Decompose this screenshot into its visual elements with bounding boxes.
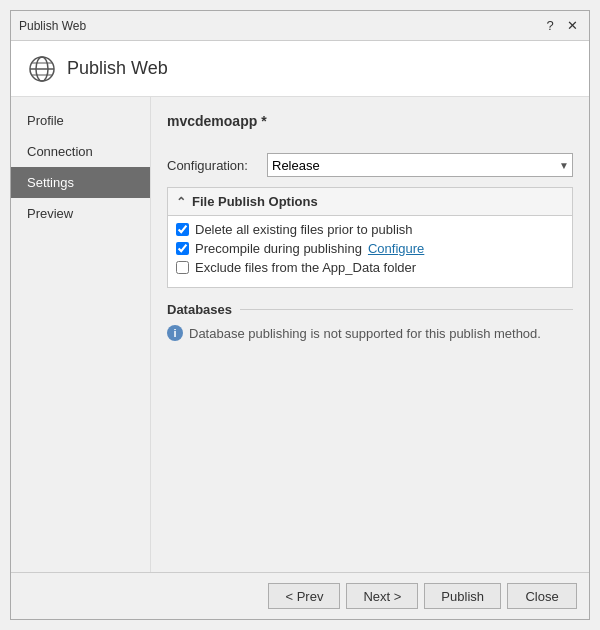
file-publish-options-body: Delete all existing files prior to publi… — [168, 216, 572, 287]
checkbox-precompile: Precompile during publishing Configure — [176, 241, 564, 256]
databases-label: Databases — [167, 302, 240, 317]
dialog-header-title: Publish Web — [67, 58, 168, 79]
configuration-select-wrapper: Release Debug ▼ — [267, 153, 573, 177]
section-asterisk: * — [261, 113, 266, 129]
file-publish-options-label: File Publish Options — [192, 194, 318, 209]
section-title: mvcdemoapp — [167, 113, 257, 129]
next-button[interactable]: Next > — [346, 583, 418, 609]
help-button[interactable]: ? — [541, 17, 559, 35]
checkbox-delete-files: Delete all existing files prior to publi… — [176, 222, 564, 237]
info-icon: i — [167, 325, 183, 341]
globe-icon — [27, 54, 57, 84]
sidebar: Profile Connection Settings Preview — [11, 97, 151, 572]
databases-section: Databases i Database publishing is not s… — [167, 302, 573, 341]
checkbox-exclude-app-data: Exclude files from the App_Data folder — [176, 260, 564, 275]
titlebar-title: Publish Web — [19, 19, 86, 33]
checkbox-exclude-app-data-label: Exclude files from the App_Data folder — [195, 260, 416, 275]
sidebar-item-connection[interactable]: Connection — [11, 136, 150, 167]
databases-header: Databases — [167, 302, 573, 317]
databases-divider — [240, 309, 573, 310]
collapse-icon[interactable]: ⌃ — [176, 195, 186, 209]
configuration-label: Configuration: — [167, 158, 267, 173]
prev-button[interactable]: < Prev — [268, 583, 340, 609]
titlebar: Publish Web ? ✕ — [11, 11, 589, 41]
main-content: mvcdemoapp * Configuration: Release Debu… — [151, 97, 589, 572]
configuration-select[interactable]: Release Debug — [267, 153, 573, 177]
databases-info-row: i Database publishing is not supported f… — [167, 325, 573, 341]
close-button[interactable]: Close — [507, 583, 577, 609]
dialog-footer: < Prev Next > Publish Close — [11, 572, 589, 619]
sidebar-item-profile[interactable]: Profile — [11, 105, 150, 136]
close-title-button[interactable]: ✕ — [563, 17, 581, 35]
sidebar-item-preview[interactable]: Preview — [11, 198, 150, 229]
publish-web-dialog: Publish Web ? ✕ Publish Web Profile Conn… — [10, 10, 590, 620]
file-publish-options-header: ⌃ File Publish Options — [168, 188, 572, 216]
publish-button[interactable]: Publish — [424, 583, 501, 609]
dialog-header: Publish Web — [11, 41, 589, 97]
databases-info-message: Database publishing is not supported for… — [189, 326, 541, 341]
checkbox-exclude-app-data-input[interactable] — [176, 261, 189, 274]
file-publish-options-group: ⌃ File Publish Options Delete all existi… — [167, 187, 573, 288]
sidebar-item-settings[interactable]: Settings — [11, 167, 150, 198]
checkbox-precompile-label: Precompile during publishing — [195, 241, 362, 256]
dialog-body: Profile Connection Settings Preview mvcd… — [11, 97, 589, 572]
configuration-row: Configuration: Release Debug ▼ — [167, 153, 573, 177]
checkbox-delete-files-input[interactable] — [176, 223, 189, 236]
configure-link[interactable]: Configure — [368, 241, 424, 256]
checkbox-precompile-input[interactable] — [176, 242, 189, 255]
checkbox-delete-files-label: Delete all existing files prior to publi… — [195, 222, 413, 237]
titlebar-controls: ? ✕ — [541, 17, 581, 35]
